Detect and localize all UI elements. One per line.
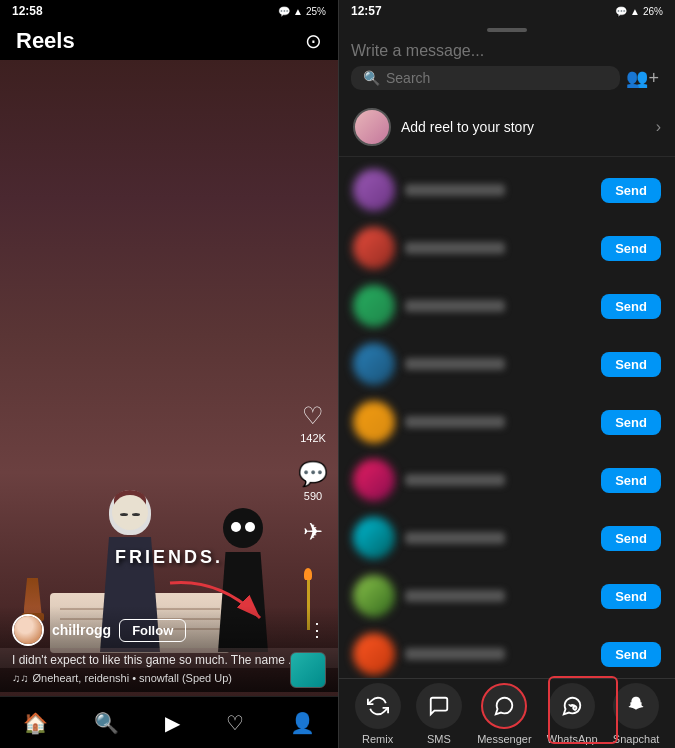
contact-info — [405, 590, 591, 602]
share-bar: Remix SMS Messenger — [339, 678, 675, 748]
nav-search[interactable]: 🔍 — [94, 711, 119, 735]
home-icon: 🏠 — [23, 711, 48, 735]
messenger-label: Messenger — [477, 733, 531, 745]
main-head — [109, 490, 151, 535]
send-button[interactable]: Send — [601, 642, 661, 667]
contact-name — [405, 532, 505, 544]
contact-name — [405, 474, 505, 486]
list-item: Send — [339, 451, 675, 509]
search-icon-r: 🔍 — [363, 70, 380, 86]
remix-icon — [355, 683, 401, 729]
snapchat-icon — [613, 683, 659, 729]
add-people-icon[interactable]: 👥+ — [626, 67, 663, 89]
contact-name — [405, 242, 505, 254]
search-icon: 🔍 — [94, 711, 119, 735]
messenger-icon — [481, 683, 527, 729]
story-avatar — [353, 108, 391, 146]
left-panel: 12:58 💬 ▲ 25% Reels ⊙ — [0, 0, 338, 748]
send-button[interactable]: Send — [601, 294, 661, 319]
audio-row: ♫♫ Øneheart, reidenshi • snowfall (Sped … — [12, 672, 326, 684]
music-thumbnail — [290, 652, 326, 688]
contact-avatar — [353, 285, 395, 327]
shadow-eye-left — [231, 522, 241, 532]
contact-name — [405, 358, 505, 370]
like-button[interactable]: ♡ 142K — [300, 402, 326, 444]
share-sms[interactable]: SMS — [416, 683, 462, 745]
heart-icon: ♡ — [302, 402, 324, 430]
search-input[interactable] — [386, 70, 608, 86]
nav-home[interactable]: 🏠 — [23, 711, 48, 735]
action-buttons: ♡ 142K 💬 590 ✈ — [298, 402, 328, 548]
share-remix[interactable]: Remix — [355, 683, 401, 745]
contact-avatar — [353, 169, 395, 211]
status-bar-left: 12:58 💬 ▲ 25% — [0, 0, 338, 22]
message-input[interactable] — [351, 42, 663, 60]
list-item: Send — [339, 567, 675, 625]
list-item: Send — [339, 161, 675, 219]
send-button[interactable]: Send — [601, 352, 661, 377]
more-options-icon[interactable]: ⋮ — [308, 619, 326, 641]
contact-info — [405, 358, 591, 370]
page-title: Reels — [16, 28, 75, 54]
contact-info — [405, 300, 591, 312]
avatar-image — [14, 616, 42, 644]
search-bar[interactable]: 🔍 — [351, 66, 620, 90]
signal-icon-r: ▲ — [630, 6, 640, 17]
send-button[interactable]: Send — [601, 584, 661, 609]
contact-avatar — [353, 459, 395, 501]
top-bar: Reels ⊙ — [0, 22, 338, 60]
sms-icon — [416, 683, 462, 729]
whatsapp-label: WhatsApp — [547, 733, 598, 745]
reel-info: chillrogg Follow ⋮ I didn't expect to li… — [0, 606, 338, 692]
contact-info — [405, 532, 591, 544]
story-left: Add reel to your story — [353, 108, 534, 146]
nav-reels[interactable]: ▶ — [165, 711, 180, 735]
snapchat-label: Snapchat — [613, 733, 659, 745]
share-messenger[interactable]: Messenger — [477, 683, 531, 745]
contact-info — [405, 648, 591, 660]
signal-icon: ▲ — [293, 6, 303, 17]
status-time-left: 12:58 — [12, 4, 43, 18]
contacts-list: Send Send Send Send — [339, 157, 675, 678]
contact-name — [405, 590, 505, 602]
share-whatsapp[interactable]: WhatsApp — [547, 683, 598, 745]
comment-button[interactable]: 💬 590 — [298, 460, 328, 502]
caption-text: I didn't expect to like this game so muc… — [12, 653, 298, 667]
add-to-story[interactable]: Add reel to your story › — [339, 98, 675, 157]
send-icon: ✈ — [303, 518, 323, 546]
avatar[interactable] — [12, 614, 44, 646]
follow-button[interactable]: Follow — [119, 619, 186, 642]
list-item: Send — [339, 277, 675, 335]
contact-avatar — [353, 633, 395, 675]
camera-icon[interactable]: ⊙ — [305, 29, 322, 53]
share-snapchat[interactable]: Snapchat — [613, 683, 659, 745]
nav-profile[interactable]: 👤 — [290, 711, 315, 735]
main-mask — [112, 495, 148, 530]
status-bar-right: 12:57 💬 ▲ 26% — [339, 0, 675, 22]
send-button[interactable]: Send — [601, 236, 661, 261]
contact-info — [405, 184, 591, 196]
username[interactable]: chillrogg — [52, 622, 111, 638]
remix-label: Remix — [362, 733, 393, 745]
list-item: Send — [339, 509, 675, 567]
nav-heart[interactable]: ♡ — [226, 711, 244, 735]
sms-label: SMS — [427, 733, 451, 745]
contact-avatar — [353, 517, 395, 559]
whatsapp-icon-r: 💬 — [615, 6, 627, 17]
contact-info — [405, 474, 591, 486]
send-button[interactable]: Send — [601, 178, 661, 203]
share-button[interactable]: ✈ — [303, 518, 323, 548]
send-button[interactable]: Send — [601, 410, 661, 435]
eye-right — [132, 513, 140, 516]
contact-name — [405, 300, 505, 312]
audio-text: Øneheart, reidenshi • snowfall (Sped Up) — [33, 672, 233, 684]
message-input-area[interactable] — [339, 36, 675, 66]
send-button[interactable]: Send — [601, 526, 661, 551]
shadow-head — [223, 508, 263, 548]
comment-count: 590 — [304, 490, 322, 502]
bottom-nav: 🏠 🔍 ▶ ♡ 👤 — [0, 696, 338, 748]
drag-handle — [487, 28, 527, 32]
send-button[interactable]: Send — [601, 468, 661, 493]
reels-icon: ▶ — [165, 711, 180, 735]
status-icons-left: 💬 ▲ 25% — [278, 6, 326, 17]
